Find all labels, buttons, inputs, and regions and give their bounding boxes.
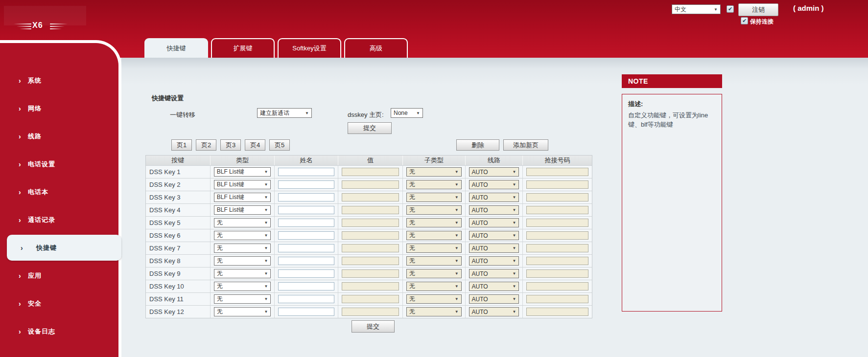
sidebar-item-call-log[interactable]: ›通话记录 xyxy=(0,206,118,234)
type-select[interactable]: 无▼ xyxy=(214,244,271,253)
subtype-select-value: 无 xyxy=(409,295,415,303)
subtype-select[interactable]: 无▼ xyxy=(406,256,462,266)
subtype-cell: 无▼ xyxy=(402,306,465,318)
line-select[interactable]: AUTO▼ xyxy=(469,205,519,215)
line-select[interactable]: AUTO▼ xyxy=(469,244,519,253)
subtype-cell: 无▼ xyxy=(402,268,465,280)
subtype-select[interactable]: 无▼ xyxy=(406,167,462,177)
dss-key-label: DSS Key 2 xyxy=(146,178,210,191)
line-cell: AUTO▼ xyxy=(465,242,523,254)
language-checkbox[interactable]: ✔ xyxy=(727,5,734,13)
sidebar-item-phone-settings[interactable]: ›电话设置 xyxy=(0,150,118,178)
dss-key-label: DSS Key 10 xyxy=(146,280,210,292)
pickup-input xyxy=(526,206,588,214)
subtype-select[interactable]: 无▼ xyxy=(406,218,462,227)
line-select[interactable]: AUTO▼ xyxy=(469,167,519,177)
subtype-select-value: 无 xyxy=(409,282,415,290)
subtype-select[interactable]: 无▼ xyxy=(406,282,462,291)
line-select[interactable]: AUTO▼ xyxy=(469,231,519,240)
sidebar-item-line[interactable]: ›线路 xyxy=(0,122,118,150)
name-input[interactable] xyxy=(278,206,334,214)
chevron-down-icon: ▼ xyxy=(264,259,268,263)
subtype-select[interactable]: 无▼ xyxy=(406,244,462,253)
type-select[interactable]: 无▼ xyxy=(214,231,271,240)
name-input[interactable] xyxy=(278,295,334,303)
chevron-down-icon: ▼ xyxy=(455,195,459,200)
sidebar-item-function-key[interactable]: ›快捷键 xyxy=(0,234,118,262)
note-header: NOTE xyxy=(622,74,722,88)
chevron-down-icon: ▼ xyxy=(512,246,516,250)
line-select-value: AUTO xyxy=(472,258,488,265)
name-input[interactable] xyxy=(278,168,334,176)
submit-button-top[interactable]: 提交 xyxy=(348,122,392,134)
page-button-5[interactable]: 页5 xyxy=(269,139,290,151)
sidebar-item-phonebook[interactable]: ›电话本 xyxy=(0,178,118,206)
line-select-value: AUTO xyxy=(472,220,488,226)
line-select[interactable]: AUTO▼ xyxy=(469,294,519,304)
line-select[interactable]: AUTO▼ xyxy=(469,193,519,202)
dsskey-home-value: None xyxy=(394,110,408,116)
subtype-select[interactable]: 无▼ xyxy=(406,193,462,202)
name-input[interactable] xyxy=(278,180,334,189)
dsskey-home-label: dsskey 主页: xyxy=(348,111,384,119)
logout-button[interactable]: 注销 xyxy=(738,3,778,16)
type-select[interactable]: BLF List键▼ xyxy=(214,180,271,189)
subtype-select[interactable]: 无▼ xyxy=(406,180,462,189)
line-select[interactable]: AUTO▼ xyxy=(469,180,519,189)
table-row: DSS Key 4BLF List键▼无▼AUTO▼ xyxy=(146,203,592,216)
page-button-1[interactable]: 页1 xyxy=(171,139,192,151)
delete-page-button[interactable]: 删除 xyxy=(456,139,499,151)
one-key-transfer-value: 建立新通话 xyxy=(260,109,289,117)
name-input[interactable] xyxy=(278,231,334,240)
sidebar-item-system[interactable]: ›系统 xyxy=(0,67,118,94)
sidebar-item-apps[interactable]: ›应用 xyxy=(0,262,118,290)
name-input[interactable] xyxy=(278,269,334,278)
type-select[interactable]: 无▼ xyxy=(214,307,271,316)
subtype-select[interactable]: 无▼ xyxy=(406,205,462,215)
type-select[interactable]: 无▼ xyxy=(214,282,271,291)
logo-speedlines-left-icon xyxy=(14,23,31,29)
line-select[interactable]: AUTO▼ xyxy=(469,282,519,291)
submit-button-bottom[interactable]: 提交 xyxy=(352,320,395,333)
name-input[interactable] xyxy=(278,219,334,227)
one-key-transfer-select[interactable]: 建立新通话 ▼ xyxy=(257,108,312,118)
tab-advanced[interactable]: 高级 xyxy=(344,38,408,58)
type-select[interactable]: BLF List键▼ xyxy=(214,193,271,202)
subtype-select-value: 无 xyxy=(409,219,415,227)
subtype-select[interactable]: 无▼ xyxy=(406,231,462,240)
tab-extend-key[interactable]: 扩展键 xyxy=(211,38,275,58)
page-button-4[interactable]: 页4 xyxy=(245,139,265,151)
line-select[interactable]: AUTO▼ xyxy=(469,256,519,266)
name-input[interactable] xyxy=(278,244,334,252)
name-input[interactable] xyxy=(278,193,334,201)
dsskey-home-select[interactable]: None ▼ xyxy=(391,108,423,118)
page-button-2[interactable]: 页2 xyxy=(196,139,216,151)
value-input xyxy=(342,168,399,176)
type-select[interactable]: BLF List键▼ xyxy=(214,167,271,177)
type-select[interactable]: 无▼ xyxy=(214,294,271,304)
name-input[interactable] xyxy=(278,308,334,316)
type-select[interactable]: 无▼ xyxy=(214,218,271,227)
sidebar-item-device-log[interactable]: ›设备日志 xyxy=(0,317,118,345)
tab-function-key[interactable]: 快捷键 xyxy=(144,38,208,58)
subtype-select[interactable]: 无▼ xyxy=(406,307,462,316)
chevron-down-icon: ▼ xyxy=(455,310,459,314)
keep-connected-checkbox[interactable]: ✔ xyxy=(741,17,748,24)
subtype-select[interactable]: 无▼ xyxy=(406,269,462,278)
sidebar-item-security[interactable]: ›安全 xyxy=(0,290,118,317)
type-select[interactable]: 无▼ xyxy=(214,256,271,266)
page-button-3[interactable]: 页3 xyxy=(220,139,241,151)
line-select[interactable]: AUTO▼ xyxy=(469,218,519,227)
tab-softkey[interactable]: Softkey设置 xyxy=(278,38,341,58)
subtype-select[interactable]: 无▼ xyxy=(406,294,462,304)
type-select[interactable]: 无▼ xyxy=(214,269,271,278)
value-cell xyxy=(338,178,402,191)
line-select[interactable]: AUTO▼ xyxy=(469,307,519,316)
name-input[interactable] xyxy=(278,257,334,265)
sidebar-item-network[interactable]: ›网络 xyxy=(0,94,118,122)
type-select[interactable]: BLF List键▼ xyxy=(214,205,271,215)
line-select[interactable]: AUTO▼ xyxy=(469,269,519,278)
add-page-button[interactable]: 添加新页 xyxy=(503,139,548,151)
name-input[interactable] xyxy=(278,282,334,290)
language-select[interactable]: 中文 ▼ xyxy=(672,4,721,14)
